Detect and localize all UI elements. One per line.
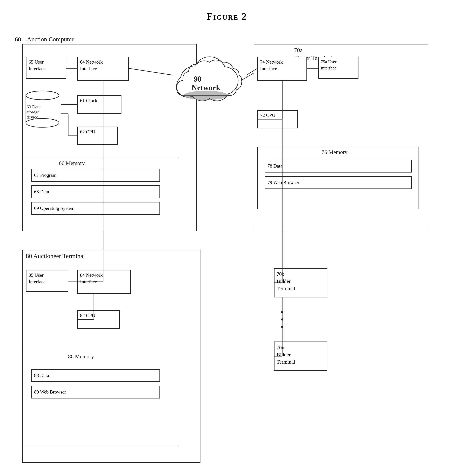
data-78-box: 78 Data	[265, 160, 412, 173]
bidder-70b-box: 70bBidderTerminal	[274, 268, 327, 297]
cpu-62-box: 62 CPU	[77, 127, 118, 145]
svg-text:device: device	[27, 115, 38, 119]
user-interface-65-label: 65 UserInterface	[26, 57, 48, 74]
cpu-72-box: 72 CPU	[257, 110, 298, 128]
os-69-label: 69 Operating System	[32, 203, 77, 214]
data-78-label: 78 Data	[265, 160, 285, 172]
svg-text:63 Data: 63 Data	[27, 104, 41, 109]
diagram-container: 60 – Auction Computer 65 UserInterface 6…	[11, 33, 443, 476]
data-88-label: 88 Data	[32, 370, 52, 381]
program-67-label: 67 Program	[32, 169, 59, 181]
bidder-70n-box: 70nBidderTerminal	[274, 341, 327, 371]
user-interface-85-box: 85 UserInterface	[26, 270, 68, 292]
user-interface-65-box: 65 UserInterface	[26, 57, 66, 79]
svg-point-20	[26, 91, 59, 100]
memory-86-box	[22, 351, 178, 446]
network-interface-84-label: 84 NetworkInterface	[78, 270, 105, 287]
data-68-box: 68 Data	[31, 185, 160, 198]
user-interface-75a-box: 75a UserInterface	[318, 57, 358, 79]
network-interface-64-box: 64 NetworkInterface	[77, 57, 129, 81]
network-cloud-svg: 90 Network	[166, 48, 246, 110]
cpu-82-box: 82 CPU	[77, 310, 120, 329]
auctioneer-80-label: 80 Auctioneer Terminal	[26, 253, 85, 260]
memory-76-label: 76 Memory	[322, 149, 348, 155]
webbrowser-89-label: 89 Web Browser	[32, 386, 68, 398]
network-interface-84-box: 84 NetworkInterface	[77, 270, 131, 294]
memory-66-label: 66 Memory	[59, 160, 85, 166]
cpu-62-label: 62 CPU	[78, 127, 98, 137]
webbrowser-79-label: 79 Web Browser	[265, 177, 302, 189]
program-67-box: 67 Program	[31, 169, 160, 182]
user-interface-75a-label: 75a UserInterface	[318, 57, 339, 73]
bidder-70n-label: 70nBidderTerminal	[274, 342, 297, 367]
data-68-label: 68 Data	[32, 186, 52, 198]
network-interface-74-box: 74 NetworkInterface	[257, 57, 307, 81]
webbrowser-79-box: 79 Web Browser	[265, 176, 412, 189]
clock-61-box: 61 Clock	[77, 95, 121, 114]
cpu-72-label: 72 CPU	[258, 111, 278, 120]
data-storage-63-svg: 63 Data storage device	[24, 90, 61, 130]
network-interface-74-label: 74 NetworkInterface	[258, 57, 285, 74]
auction-computer-label: 60 – Auction Computer	[15, 36, 74, 43]
user-interface-85-label: 85 UserInterface	[26, 270, 48, 287]
bidder-70b-label: 70bBidderTerminal	[274, 269, 297, 294]
os-69-box: 69 Operating System	[31, 202, 160, 215]
page-title: Figure 2	[0, 11, 454, 22]
svg-point-64	[281, 326, 283, 328]
webbrowser-89-box: 89 Web Browser	[31, 385, 160, 399]
svg-point-63	[281, 318, 283, 321]
svg-point-19	[26, 119, 59, 127]
data-88-box: 88 Data	[31, 369, 160, 382]
network-interface-64-label: 64 NetworkInterface	[78, 57, 105, 74]
svg-text:Network: Network	[191, 83, 220, 92]
memory-86-label: 86 Memory	[68, 353, 94, 360]
svg-point-36	[184, 91, 228, 100]
svg-point-62	[281, 311, 283, 313]
cpu-82-label: 82 CPU	[78, 311, 98, 320]
svg-text:storage: storage	[27, 109, 39, 114]
svg-text:90: 90	[194, 75, 202, 83]
clock-61-label: 61 Clock	[78, 96, 100, 106]
